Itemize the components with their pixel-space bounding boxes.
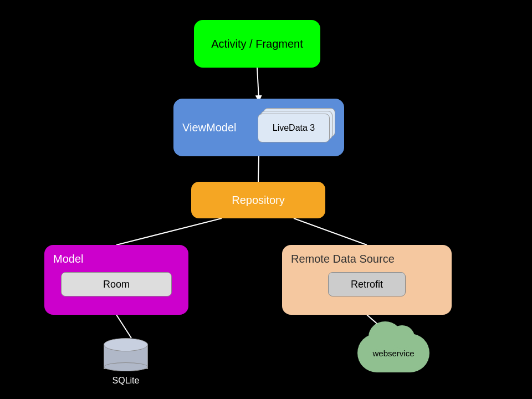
- activity-fragment-label: Activity / Fragment: [211, 38, 303, 50]
- svg-line-0: [257, 68, 259, 99]
- webservice-container: webservice: [357, 334, 429, 372]
- repository-box: Repository: [191, 182, 325, 218]
- svg-line-3: [294, 218, 367, 245]
- svg-line-2: [116, 218, 222, 245]
- livedata-label: LiveData 3: [273, 123, 315, 133]
- retrofit-label: Retrofit: [351, 279, 383, 290]
- viewmodel-box: ViewModel LiveData 3: [173, 99, 344, 156]
- activity-fragment-box: Activity / Fragment: [194, 20, 320, 68]
- livedata-card-front: LiveData 3: [258, 114, 330, 142]
- svg-line-1: [258, 156, 259, 182]
- diagram-container: Activity / Fragment ViewModel LiveData 3…: [0, 0, 532, 399]
- remote-data-source-box: Remote Data Source Retrofit: [282, 245, 452, 315]
- viewmodel-label: ViewModel: [182, 121, 236, 134]
- livedata-stack: LiveData 3: [258, 108, 335, 147]
- cloud-shape: webservice: [357, 334, 429, 372]
- remote-data-source-label: Remote Data Source: [291, 253, 395, 265]
- room-label: Room: [103, 279, 130, 290]
- room-card: Room: [61, 272, 172, 296]
- webservice-cloud: webservice: [357, 334, 429, 372]
- cylinder-top: [104, 338, 148, 351]
- sqlite-container: SQLite: [104, 338, 148, 386]
- model-label: Model: [53, 253, 83, 265]
- webservice-label: webservice: [372, 349, 414, 358]
- model-box: Model Room: [44, 245, 188, 315]
- svg-line-4: [116, 315, 131, 338]
- sqlite-cylinder: [104, 338, 148, 371]
- retrofit-card: Retrofit: [328, 272, 406, 296]
- sqlite-label: SQLite: [112, 376, 140, 386]
- repository-label: Repository: [232, 194, 285, 207]
- cylinder-bottom: [104, 362, 148, 371]
